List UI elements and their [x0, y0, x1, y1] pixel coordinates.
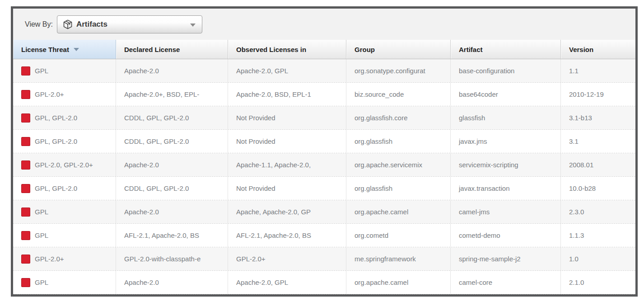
view-by-label: View By: [25, 20, 53, 28]
cell-text: me.springframework [355, 255, 416, 263]
table-row[interactable]: GPL-2.0, GPL-2.0+Apache-2.0Apache-1.1, A… [13, 153, 635, 177]
cell-text: Not Provided [236, 114, 275, 122]
column-header-label: Declared License [124, 46, 180, 53]
cell-group: org.glassfish [346, 130, 451, 153]
cell-text: org.glassfish.core [355, 114, 408, 122]
cell-group: org.apache.camel [346, 200, 451, 223]
cell-text: 1.1.3 [569, 231, 584, 239]
cell-text: org.glassfish [355, 137, 392, 145]
toolbar: View By: Artifacts [13, 9, 635, 40]
cell-text: GPL-2.0+ [35, 255, 64, 263]
column-header-version[interactable]: Version [561, 40, 635, 59]
cell-group: org.glassfish [346, 177, 451, 200]
cell-text: base-configuration [459, 67, 514, 75]
view-by-dropdown[interactable]: Artifacts [57, 15, 202, 33]
table-row[interactable]: GPLAFL-2.1, Apache-2.0, BSAFL-2.1, Apach… [13, 224, 635, 247]
cell-threat: GPL [13, 224, 116, 247]
cell-artifact: base-configuration [451, 59, 561, 82]
table-row[interactable]: GPLApache-2.0Apache-2.0, GPLorg.apache.c… [13, 271, 635, 294]
cell-text: 2.3.0 [569, 208, 584, 216]
cell-group: org.apache.camel [346, 271, 451, 294]
cell-text: AFL-2.1, Apache-2.0, BS [236, 231, 311, 239]
cell-artifact: servicemix-scripting [451, 153, 561, 176]
column-header-observed[interactable]: Observed Licenses in [228, 40, 346, 59]
cell-text: GPL [35, 278, 48, 286]
column-header-artifact[interactable]: Artifact [451, 40, 561, 59]
cell-threat: GPL, GPL-2.0 [13, 130, 116, 153]
cell-text: 2010-12-19 [569, 90, 604, 98]
license-threat-indicator-icon [21, 137, 30, 146]
cell-text: cometd-demo [459, 231, 500, 239]
cell-group: me.springframework [346, 247, 451, 270]
table-row[interactable]: GPL-2.0+GPL-2.0-with-classpath-eGPL-2.0+… [13, 247, 635, 271]
chevron-down-icon [190, 24, 196, 27]
cell-text: 1.1 [569, 67, 579, 75]
cell-text: Apache-2.0, BSD, EPL-1 [236, 90, 311, 98]
table-row[interactable]: GPL, GPL-2.0CDDL, GPL, GPL-2.0Not Provid… [13, 106, 635, 130]
cell-version: 2.3.0 [561, 200, 635, 223]
cell-threat: GPL-2.0+ [13, 83, 116, 106]
cell-text: GPL-2.0+ [236, 255, 266, 263]
cell-text: Apache-2.0 [124, 161, 159, 169]
sort-descending-icon [74, 48, 79, 51]
cell-text: Apache-2.0 [124, 208, 159, 216]
table-body: GPLApache-2.0Apache-2.0, GPLorg.sonatype… [13, 59, 635, 294]
column-header-threat[interactable]: License Threat [13, 40, 116, 59]
cell-text: 1.0 [569, 255, 579, 263]
cell-artifact: cometd-demo [451, 224, 561, 247]
cube-icon [63, 19, 73, 29]
license-analysis-panel: View By: Artifacts License ThreatDeclare… [11, 6, 638, 297]
cell-declared: Apache-2.0 [116, 200, 228, 223]
cell-artifact: base64coder [451, 83, 561, 106]
license-threat-indicator-icon [21, 113, 30, 123]
cell-threat: GPL [13, 200, 116, 223]
table-row[interactable]: GPLApache-2.0Apache, Apache-2.0, GPorg.a… [13, 200, 635, 224]
cell-observed: Not Provided [228, 130, 346, 153]
license-threat-indicator-icon [21, 208, 30, 217]
cell-group: org.apache.servicemix [346, 153, 451, 176]
cell-artifact: glassfish [451, 106, 561, 129]
cell-text: camel-core [459, 278, 492, 286]
cell-artifact: camel-core [451, 271, 561, 294]
column-header-label: Artifact [459, 46, 483, 53]
cell-threat: GPL, GPL-2.0 [13, 106, 116, 129]
cell-observed: Apache-2.0, BSD, EPL-1 [228, 83, 346, 106]
cell-observed: Apache-2.0, GPL [228, 59, 346, 82]
cell-text: org.glassfish [355, 184, 392, 192]
cell-group: org.glassfish.core [346, 106, 451, 129]
cell-text: biz.source_code [355, 90, 404, 98]
view-by-dropdown-value: Artifacts [76, 20, 107, 29]
cell-text: GPL, GPL-2.0 [35, 114, 77, 122]
table-row[interactable]: GPL-2.0+Apache-2.0+, BSD, EPL-Apache-2.0… [13, 83, 635, 106]
column-header-label: Group [355, 46, 375, 53]
cell-version: 1.1.3 [561, 224, 635, 247]
cell-text: GPL [35, 231, 48, 239]
license-threat-indicator-icon [21, 231, 30, 240]
cell-declared: Apache-2.0+, BSD, EPL- [116, 83, 228, 106]
cell-observed: GPL-2.0+ [228, 247, 346, 270]
cell-text: GPL-2.0+ [35, 90, 64, 98]
table-row[interactable]: GPLApache-2.0Apache-2.0, GPLorg.sonatype… [13, 59, 635, 83]
cell-declared: AFL-2.1, Apache-2.0, BS [116, 224, 228, 247]
column-header-declared[interactable]: Declared License [116, 40, 228, 59]
table-row[interactable]: GPL, GPL-2.0CDDL, GPL, GPL-2.0Not Provid… [13, 130, 635, 153]
cell-threat: GPL [13, 271, 116, 294]
cell-text: javax.transaction [459, 184, 510, 192]
cell-declared: CDDL, GPL, GPL-2.0 [116, 130, 228, 153]
cell-version: 2.1.0 [561, 271, 635, 294]
cell-text: 2.1.0 [569, 278, 584, 286]
cell-text: Apache-2.0 [124, 67, 159, 75]
cell-threat: GPL-2.0+ [13, 247, 116, 270]
table-row[interactable]: GPL, GPL-2.0CDDL, GPL, GPL-2.0Not Provid… [13, 177, 635, 200]
column-header-group[interactable]: Group [346, 40, 451, 59]
column-header-label: Observed Licenses in [236, 46, 306, 53]
cell-version: 1.1 [561, 59, 635, 82]
cell-version: 3.1 [561, 130, 635, 153]
cell-text: javax.jms [459, 137, 487, 145]
cell-declared: CDDL, GPL, GPL-2.0 [116, 177, 228, 200]
cell-version: 2010-12-19 [561, 83, 635, 106]
license-threat-indicator-icon [21, 184, 30, 193]
cell-text: GPL [35, 208, 48, 216]
column-header-label: License Threat [21, 46, 69, 53]
cell-text: GPL, GPL-2.0 [35, 184, 77, 192]
